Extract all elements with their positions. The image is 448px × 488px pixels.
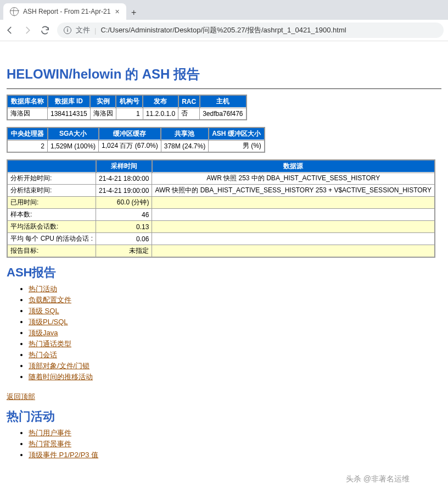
cell: 海洛因	[7, 108, 48, 120]
browser-tab[interactable]: ASH Report - From 21-Apr-21 ×	[3, 3, 126, 20]
row-label: 报告目标:	[7, 245, 96, 258]
row-source	[152, 209, 435, 221]
tab-bar: ASH Report - From 21-Apr-21 × +	[0, 0, 448, 20]
col-header: SGA大小	[48, 127, 99, 140]
row-label: 已用时间:	[7, 197, 96, 209]
col-header: 机构号	[116, 95, 143, 108]
watermark: 头杀 @非著名运维	[346, 474, 410, 484]
cell: 1	[116, 108, 143, 120]
col-header: 缓冲区缓存	[99, 127, 161, 140]
row-source: AWR 快照 253 中的 DBA_HIST_ACTIVE_SESS_HISTO…	[152, 173, 435, 185]
analysis-table: 采样时间数据源 分析开始时间:21-4-21 18:00:00AWR 快照 25…	[7, 159, 435, 258]
section-ash-report: ASH报告	[7, 264, 441, 281]
row-source	[152, 233, 435, 245]
cell: 否	[178, 108, 200, 120]
report-link[interactable]: 热门会话	[29, 351, 57, 359]
col-header: RAC	[178, 95, 200, 108]
row-time: 46	[96, 209, 152, 221]
row-label: 平均活跃会话数:	[7, 221, 96, 233]
cell: 2	[7, 140, 48, 153]
row-label: 平均 每个 CPU 的活动会话 :	[7, 233, 96, 245]
col-header: 采样时间	[96, 160, 152, 173]
col-header: 发布	[143, 95, 178, 108]
rule	[7, 88, 441, 89]
col-header: ASH 缓冲区大小	[209, 127, 265, 140]
top-activity-links: 热门用户事件热门背景事件顶级事件 P1/P2/P3 值	[29, 428, 441, 460]
db-info-table: 数据库名称数据库 ID实例机构号发布RAC主机 海洛因1384114315海洛因…	[7, 95, 247, 120]
col-header: 共享池	[161, 127, 208, 140]
blurred-region	[0, 41, 448, 58]
col-header: 数据库 ID	[48, 95, 91, 108]
url-path: C:/Users/Administrator/Desktop/问题%205.27…	[100, 25, 346, 35]
back-button[interactable]	[4, 25, 15, 36]
cell: 1,024 百万 (67.0%)	[99, 140, 161, 153]
report-link[interactable]: 顶级事件 P1/P2/P3 值	[29, 451, 98, 459]
col-header: 中央处理器	[7, 127, 48, 140]
ash-report-links: 热门活动负载配置文件顶级 SQL顶级PL/SQL顶级Java热门通话类型热门会话…	[29, 284, 441, 382]
info-icon[interactable]: i	[64, 26, 71, 34]
row-label: 分析结束时间:	[7, 185, 96, 197]
section-top-activity: 热门活动	[7, 408, 441, 425]
url-separator: |	[94, 26, 96, 35]
report-link[interactable]: 顶级PL/SQL	[29, 318, 68, 326]
reload-button[interactable]	[40, 25, 51, 36]
cell: 378M (24.7%)	[161, 140, 208, 153]
report-link[interactable]: 热门背景事件	[29, 440, 71, 448]
row-label: 样本数:	[7, 209, 96, 221]
row-source	[152, 245, 435, 258]
row-time: 0.13	[96, 221, 152, 233]
back-to-top-link[interactable]: 返回顶部	[7, 392, 35, 402]
globe-icon	[10, 7, 19, 16]
row-source	[152, 221, 435, 233]
tab-title: ASH Report - From 21-Apr-21	[23, 8, 110, 15]
col-header	[7, 160, 96, 173]
close-icon[interactable]: ×	[115, 7, 119, 16]
report-link[interactable]: 热门用户事件	[29, 429, 71, 437]
page-title: HELOWIN/helowin 的 ASH 报告	[7, 65, 441, 83]
row-time: 21-4-21 19:00:00	[96, 185, 152, 197]
cell: 3edfba76f476	[200, 108, 247, 120]
row-source	[152, 197, 435, 209]
cell: 11.2.0.1.0	[143, 108, 178, 120]
row-time: 未指定	[96, 245, 152, 258]
cell: 1384114315	[48, 108, 91, 120]
report-link[interactable]: 随着时间的推移活动	[29, 373, 93, 381]
row-label: 分析开始时间:	[7, 173, 96, 185]
report-link[interactable]: 顶级 SQL	[29, 307, 59, 315]
row-time: 60.0 (分钟)	[96, 197, 152, 209]
report-link[interactable]: 顶级Java	[29, 329, 58, 337]
new-tab-button[interactable]: +	[126, 8, 142, 20]
browser-chrome: ASH Report - From 21-Apr-21 × + i 文件 | C…	[0, 0, 448, 41]
row-time: 21-4-21 18:00:00	[96, 173, 152, 185]
report-body: HELOWIN/helowin 的 ASH 报告 数据库名称数据库 ID实例机构…	[0, 58, 448, 488]
col-header: 主机	[200, 95, 247, 108]
report-link[interactable]: 热门通话类型	[29, 340, 71, 348]
forward-button[interactable]	[22, 25, 33, 36]
cell: 男 (%)	[209, 140, 265, 153]
report-link[interactable]: 顶部对象/文件/门锁	[29, 362, 89, 370]
col-header: 数据源	[152, 160, 435, 173]
report-link[interactable]: 热门活动	[29, 285, 57, 293]
col-header: 实例	[90, 95, 116, 108]
address-bar[interactable]: i 文件 | C:/Users/Administrator/Desktop/问题…	[57, 23, 444, 38]
url-prefix: 文件	[76, 25, 90, 35]
row-source: AWR 快照中的 DBA_HIST_ACTIVE_SESS_HISTORY 25…	[152, 185, 435, 197]
col-header: 数据库名称	[7, 95, 48, 108]
row-time: 0.06	[96, 233, 152, 245]
system-table: 中央处理器SGA大小缓冲区缓存共享池ASH 缓冲区大小 21,529M (100…	[7, 127, 265, 153]
cell: 海洛因	[90, 108, 116, 120]
report-link[interactable]: 负载配置文件	[29, 296, 71, 304]
cell: 1,529M (100%)	[48, 140, 99, 153]
toolbar: i 文件 | C:/Users/Administrator/Desktop/问题…	[0, 20, 448, 41]
